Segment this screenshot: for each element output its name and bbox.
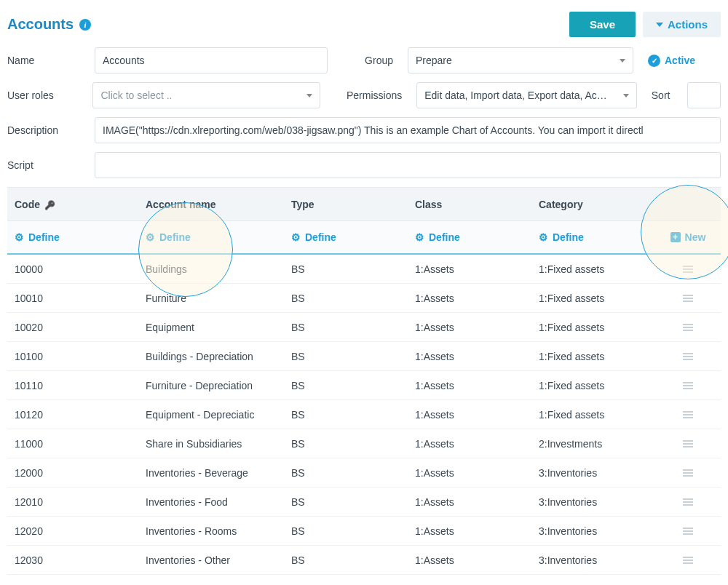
menu-icon[interactable] [662, 353, 713, 360]
table-header-row: Code Account name Type Class Category [7, 188, 721, 221]
cell-code: 10110 [7, 380, 138, 391]
roles-label: User roles [7, 89, 78, 101]
table-row[interactable]: 10100Buildings - DepreciationBS1:Assets1… [7, 342, 721, 371]
desc-input[interactable] [95, 117, 721, 143]
cell-name: Inventories - Food [138, 496, 284, 508]
table-row[interactable]: 12000Inventories - BeverageBS1:Assets3:I… [7, 458, 721, 488]
cell-class: 1:Assets [408, 525, 531, 537]
menu-icon[interactable] [662, 324, 713, 331]
menu-icon[interactable] [662, 528, 713, 535]
cell-code: 12020 [7, 525, 138, 537]
cell-type: BS [284, 263, 408, 275]
table-row[interactable]: 12010Inventories - FoodBS1:Assets3:Inven… [7, 488, 721, 517]
cell-name: Equipment [138, 322, 284, 333]
cell-code: 10120 [7, 409, 138, 421]
cell-category: 3:Inventories [531, 496, 655, 508]
table-row[interactable]: 10120Equipment - DepreciaticBS1:Assets1:… [7, 400, 721, 429]
th-class[interactable]: Class [408, 199, 531, 210]
cell-class: 1:Assets [408, 467, 531, 479]
menu-icon[interactable] [662, 382, 713, 389]
cell-class: 1:Assets [408, 496, 531, 508]
actions-label: Actions [668, 18, 708, 31]
cell-name: Equipment - Depreciatic [138, 409, 284, 421]
cell-category: 2:Investments [531, 438, 655, 450]
menu-icon[interactable] [662, 266, 713, 273]
table-row[interactable]: 10020EquipmentBS1:Assets1:Fixed assets [7, 313, 721, 342]
name-input[interactable] [95, 47, 328, 73]
table-row[interactable]: 10010FurnitureBS1:Assets1:Fixed assets [7, 284, 721, 313]
actions-dropdown[interactable]: Actions [643, 12, 721, 37]
cell-class: 1:Assets [408, 351, 531, 362]
table-row[interactable]: 12020Inventories - RoomsBS1:Assets3:Inve… [7, 517, 721, 546]
cell-code: 11000 [7, 438, 138, 450]
table-row[interactable]: 10110Furniture - DepreciationBS1:Assets1… [7, 371, 721, 400]
table-row[interactable]: 10000BuildingsBS1:Assets1:Fixed assets [7, 255, 721, 284]
perm-label: Permissions [335, 89, 403, 101]
cell-type: BS [284, 409, 408, 421]
define-category-button[interactable]: Define [539, 231, 648, 243]
cell-type: BS [284, 351, 408, 362]
info-icon[interactable]: i [79, 19, 91, 31]
cell-category: 1:Fixed assets [531, 322, 655, 333]
table-row[interactable]: 11000Share in SubsidiariesBS1:Assets2:In… [7, 429, 721, 458]
sort-label: Sort [652, 89, 673, 101]
gear-icon [539, 231, 548, 243]
cell-name: Furniture [138, 292, 284, 304]
active-toggle[interactable]: ✓ Active [648, 55, 695, 67]
roles-select[interactable]: Click to select .. [92, 82, 320, 108]
cell-class: 1:Assets [408, 438, 531, 450]
chevron-down-icon [306, 94, 312, 98]
menu-icon[interactable] [662, 440, 713, 447]
cell-class: 1:Assets [408, 409, 531, 421]
group-select[interactable]: Prepare [408, 47, 633, 73]
cell-category: 1:Fixed assets [531, 409, 655, 421]
th-category[interactable]: Category [531, 199, 655, 210]
script-input[interactable] [95, 152, 721, 178]
th-type[interactable]: Type [284, 199, 408, 210]
cell-category: 3:Inventories [531, 525, 655, 537]
cell-name: Buildings - Depreciation [138, 351, 284, 362]
cell-type: BS [284, 322, 408, 333]
define-class-button[interactable]: Define [415, 231, 524, 243]
menu-icon[interactable] [662, 295, 713, 302]
cell-class: 1:Assets [408, 380, 531, 391]
th-name[interactable]: Account name [138, 199, 284, 210]
cell-category: 1:Fixed assets [531, 292, 655, 304]
chevron-down-icon [620, 59, 625, 63]
menu-icon[interactable] [662, 498, 713, 506]
desc-label: Description [7, 124, 80, 136]
menu-icon[interactable] [662, 557, 713, 564]
cell-code: 12010 [7, 496, 138, 508]
cell-code: 10000 [7, 263, 138, 275]
table-row[interactable]: 13000Bank accountBS1:Assets5:Banks [7, 575, 721, 585]
perm-select[interactable]: Edit data, Import data, Export data, Ac… [416, 82, 637, 108]
new-button[interactable]: +New [662, 231, 713, 243]
th-code[interactable]: Code [7, 199, 138, 210]
gear-icon [415, 231, 424, 243]
menu-icon[interactable] [662, 411, 713, 418]
cell-class: 1:Assets [408, 322, 531, 333]
cell-name: Buildings [138, 263, 284, 275]
menu-icon[interactable] [662, 469, 713, 477]
save-button[interactable]: Save [569, 12, 636, 37]
cell-name: Inventories - Other [138, 554, 284, 566]
cell-type: BS [284, 380, 408, 391]
cell-type: BS [284, 525, 408, 537]
cell-type: BS [284, 496, 408, 508]
active-label: Active [665, 55, 695, 66]
define-name-button[interactable]: Define [146, 231, 277, 243]
cell-type: BS [284, 438, 408, 450]
gear-icon [146, 231, 155, 243]
chevron-down-icon [656, 23, 663, 27]
define-type-button[interactable]: Define [291, 231, 400, 243]
gear-icon [291, 231, 301, 243]
table-row[interactable]: 12030Inventories - OtherBS1:Assets3:Inve… [7, 546, 721, 575]
cell-name: Inventories - Beverage [138, 467, 284, 479]
page-title: Accounts [7, 16, 74, 33]
roles-placeholder: Click to select .. [100, 89, 172, 101]
cell-category: 1:Fixed assets [531, 263, 655, 275]
cell-code: 12030 [7, 554, 138, 566]
cell-category: 3:Inventories [531, 554, 655, 566]
define-code-button[interactable]: Define [15, 231, 131, 243]
sort-input[interactable] [687, 82, 721, 108]
